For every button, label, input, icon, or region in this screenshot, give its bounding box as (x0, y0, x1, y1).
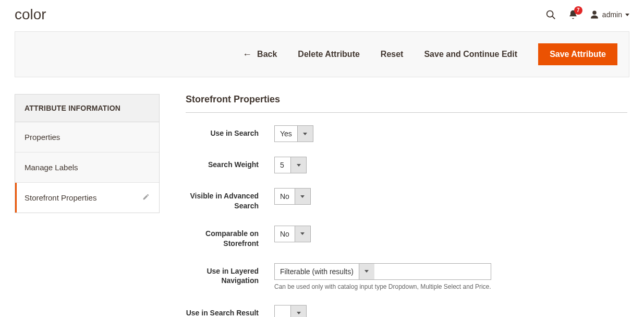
chevron-down-icon (290, 306, 306, 317)
layered-navigation-select[interactable]: Filterable (with results) (274, 263, 491, 280)
user-menu[interactable]: admin (590, 10, 629, 19)
sidebar-tab-label: Properties (25, 133, 60, 142)
visible-advanced-search-select[interactable]: No (274, 188, 311, 205)
username-label: admin (602, 10, 622, 19)
select-value: 5 (275, 157, 290, 173)
sidebar-tab-properties[interactable]: Properties (15, 122, 159, 152)
section-title: Storefront Properties (186, 94, 627, 113)
svg-point-0 (547, 11, 553, 17)
sidebar-tab-manage-labels[interactable]: Manage Labels (15, 152, 159, 183)
delete-attribute-button[interactable]: Delete Attribute (298, 50, 360, 59)
reset-button[interactable]: Reset (381, 50, 404, 59)
search-weight-label: Search Weight (186, 157, 259, 170)
select-value: Yes (275, 126, 297, 142)
use-in-search-label: Use in Search (186, 125, 259, 138)
chevron-down-icon (290, 157, 306, 173)
page-title: color (15, 6, 46, 23)
visible-advanced-search-label: Visible in Advanced Search (186, 188, 259, 211)
search-results-layered-select[interactable] (274, 305, 307, 317)
chevron-down-icon (359, 264, 374, 279)
user-icon (590, 10, 599, 19)
arrow-left-icon: ← (242, 50, 252, 59)
back-label: Back (257, 50, 277, 59)
sidebar-tab-label: Storefront Properties (25, 193, 96, 202)
sidebar-heading: ATTRIBUTE INFORMATION (15, 94, 160, 122)
layered-navigation-label: Use in Layered Navigation (186, 263, 259, 286)
edit-icon (142, 193, 150, 202)
comparable-storefront-label: Comparable on Storefront (186, 226, 259, 249)
select-value: No (275, 226, 295, 242)
comparable-storefront-select[interactable]: No (274, 226, 311, 242)
chevron-down-icon (295, 189, 310, 204)
chevron-down-icon (625, 14, 629, 16)
back-button[interactable]: ← Back (242, 50, 277, 59)
search-weight-select[interactable]: 5 (274, 157, 307, 173)
sidebar: ATTRIBUTE INFORMATION Properties Manage … (15, 94, 160, 317)
sidebar-tab-label: Manage Labels (25, 163, 78, 172)
select-value: No (275, 189, 295, 204)
use-in-search-select[interactable]: Yes (274, 125, 313, 142)
search-icon[interactable] (545, 9, 556, 20)
select-value: Filterable (with results) (275, 264, 359, 279)
sidebar-tab-storefront-properties[interactable]: Storefront Properties (15, 183, 159, 213)
notifications-icon[interactable]: 7 (568, 9, 578, 20)
chevron-down-icon (297, 126, 313, 142)
save-continue-button[interactable]: Save and Continue Edit (424, 50, 517, 59)
main-panel: Storefront Properties Use in Search Yes … (186, 94, 629, 317)
chevron-down-icon (295, 226, 310, 242)
svg-line-1 (552, 16, 555, 19)
search-results-layered-label: Use in Search Result (186, 305, 259, 317)
action-bar: ← Back Delete Attribute Reset Save and C… (15, 31, 629, 77)
notification-badge: 7 (574, 6, 582, 15)
layered-navigation-hint: Can be used only with catalog input type… (274, 283, 491, 290)
select-value (275, 306, 290, 317)
save-attribute-button[interactable]: Save Attribute (538, 43, 617, 65)
